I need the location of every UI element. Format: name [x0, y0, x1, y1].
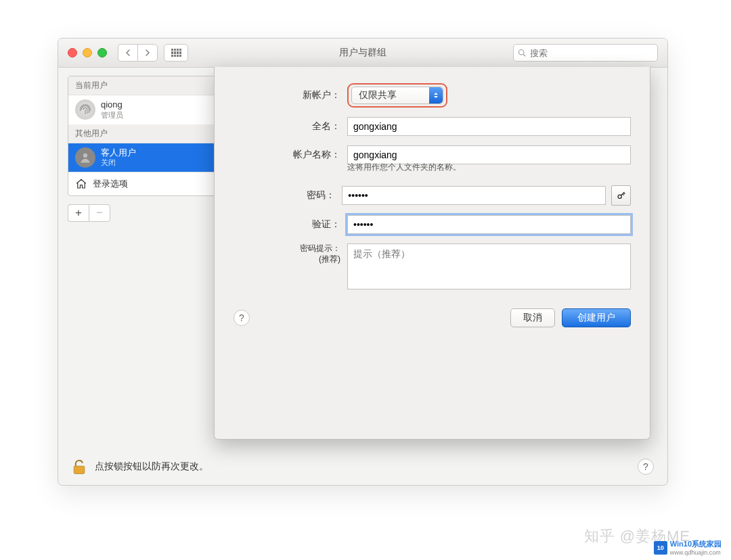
search-icon	[518, 49, 526, 57]
user-name: qiong	[101, 99, 123, 110]
hint-label: 密码提示： (推荐)	[234, 243, 347, 264]
window-controls	[68, 48, 107, 57]
login-options-row[interactable]: 登录选项	[68, 172, 226, 195]
highlight-annotation: 仅限共享	[347, 83, 447, 108]
svg-line-1	[523, 54, 525, 56]
unlocked-padlock-icon[interactable]	[72, 458, 87, 475]
sheet-help-button[interactable]: ?	[234, 310, 250, 326]
preferences-window: 用户与群组 当前用户 qiong 管理员	[58, 38, 668, 486]
house-icon	[75, 178, 87, 190]
chevron-left-icon	[125, 49, 131, 56]
help-button[interactable]: ?	[638, 459, 654, 475]
password-label: 密码：	[234, 189, 342, 202]
cancel-label: 取消	[523, 312, 542, 324]
hint-label-1: 密码提示：	[300, 243, 340, 253]
new-account-sheet: 新帐户： 仅限共享 全名： 帐户名称： 这将用作您个人文	[214, 67, 650, 440]
stage: 用户与群组 当前用户 qiong 管理员	[0, 0, 731, 560]
remove-user-button[interactable]: −	[89, 204, 110, 222]
lock-message: 点按锁按钮以防再次更改。	[95, 461, 208, 473]
verify-label: 验证：	[234, 218, 347, 231]
guest-name: 客人用户	[101, 147, 136, 158]
other-users-header: 其他用户	[68, 124, 226, 143]
key-icon	[617, 191, 626, 200]
cancel-button[interactable]: 取消	[510, 308, 555, 327]
back-button[interactable]	[118, 44, 137, 62]
guest-user-row[interactable]: 客人用户 关闭	[68, 143, 226, 172]
new-account-label: 新帐户：	[234, 89, 347, 101]
forward-button[interactable]	[137, 44, 158, 62]
svg-rect-3	[74, 466, 85, 473]
user-info: qiong 管理员	[101, 99, 123, 120]
new-account-row: 新帐户： 仅限共享	[234, 83, 631, 108]
close-window-button[interactable]	[68, 48, 77, 57]
guest-avatar-icon	[75, 147, 95, 168]
chevron-right-icon	[145, 49, 150, 56]
sheet-button-row: ? 取消 创建用户	[234, 308, 631, 327]
badge-line2: www.qdhuajin.com	[670, 549, 722, 556]
svg-point-0	[519, 50, 525, 55]
account-type-select-wrap: 仅限共享	[347, 83, 447, 108]
guest-status: 关闭	[101, 158, 136, 168]
show-all-button[interactable]	[164, 44, 188, 62]
full-name-input[interactable]	[347, 117, 631, 136]
svg-point-2	[83, 154, 87, 158]
user-role: 管理员	[101, 110, 123, 120]
hint-row: 密码提示： (推荐)	[234, 243, 631, 289]
search-input[interactable]	[529, 47, 653, 59]
current-user-row[interactable]: qiong 管理员	[68, 95, 226, 124]
account-type-value: 仅限共享	[359, 89, 397, 101]
add-remove-bar: + −	[68, 204, 227, 222]
full-name-row: 全名：	[234, 117, 631, 136]
titlebar: 用户与群组	[58, 39, 667, 68]
badge-line1: Win10系统家园	[670, 539, 722, 549]
nav-buttons	[118, 44, 158, 62]
badge-text: Win10系统家园 www.qdhuajin.com	[670, 539, 722, 556]
guest-info: 客人用户 关闭	[101, 147, 136, 168]
create-label: 创建用户	[577, 312, 615, 324]
add-user-button[interactable]: +	[68, 204, 89, 222]
minimize-window-button[interactable]	[83, 48, 92, 57]
verify-row: 验证：	[234, 215, 631, 234]
users-sidebar: 当前用户 qiong 管理员 其他用户	[68, 76, 227, 196]
grid-icon	[171, 49, 181, 57]
window-title: 用户与群组	[339, 47, 386, 59]
account-type-select[interactable]: 仅限共享	[351, 87, 443, 104]
lock-bar: 点按锁按钮以防再次更改。 ?	[72, 458, 654, 475]
password-row: 密码：	[234, 185, 631, 206]
select-caret-icon	[429, 87, 443, 103]
password-assistant-button[interactable]	[611, 185, 631, 206]
fingerprint-avatar-icon	[75, 99, 95, 120]
password-input[interactable]	[342, 186, 606, 205]
current-user-header: 当前用户	[68, 76, 226, 95]
zoom-window-button[interactable]	[97, 48, 107, 57]
watermark-badge: 10 Win10系统家园 www.qdhuajin.com	[654, 539, 722, 556]
create-user-button[interactable]: 创建用户	[562, 308, 631, 327]
badge-icon: 10	[654, 541, 667, 555]
search-field[interactable]	[513, 44, 658, 62]
hint-label-2: (推荐)	[319, 254, 340, 264]
verify-input[interactable]	[347, 215, 631, 234]
account-name-label: 帐户名称：	[234, 149, 347, 161]
login-options-label: 登录选项	[93, 178, 128, 190]
hint-textarea[interactable]	[347, 243, 631, 289]
full-name-label: 全名：	[234, 120, 347, 133]
